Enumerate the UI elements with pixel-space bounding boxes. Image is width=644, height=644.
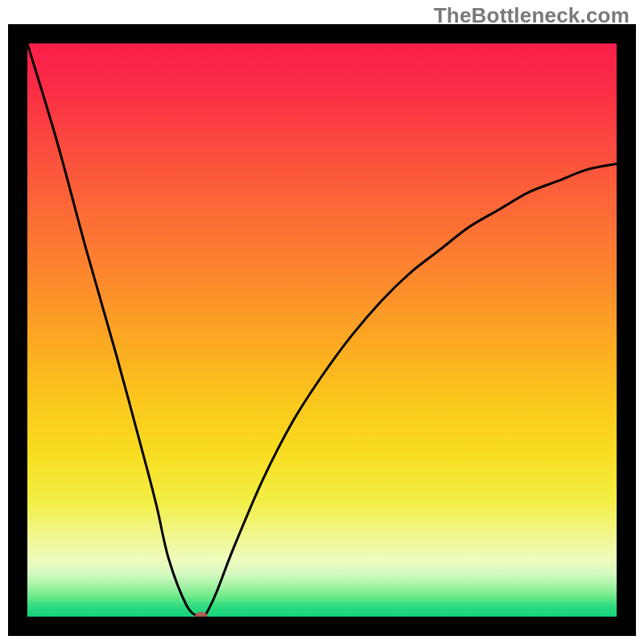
chart-frame [8, 24, 636, 636]
curve-path [27, 43, 617, 619]
chart-stage: TheBottleneck.com [0, 0, 644, 644]
plot-area [27, 43, 617, 617]
notch-marker [195, 612, 208, 621]
bottleneck-curve [27, 43, 617, 617]
